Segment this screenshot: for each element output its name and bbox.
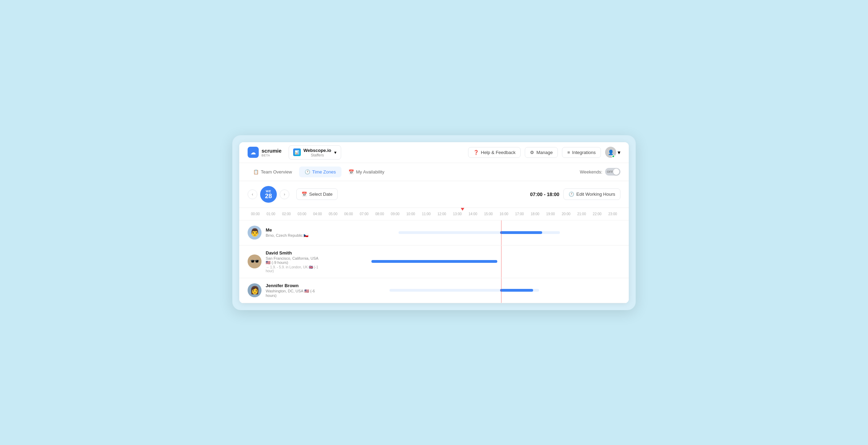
prev-arrow-icon: ‹	[252, 192, 253, 197]
my-availability-icon: 📅	[348, 169, 354, 175]
weekends-toggle[interactable]: OFF	[605, 168, 620, 176]
workspace-role: Staffers	[304, 153, 331, 157]
weekends-label: Weekends:	[580, 169, 602, 175]
app-name: scrumie	[262, 148, 282, 154]
online-indicator	[612, 155, 615, 158]
tab-my-availability-label: My Availability	[356, 169, 384, 175]
person-info-david: 🕶️ David Smith San Francisco, California…	[239, 245, 330, 278]
date-navigation: ‹ WE 28 › 📅 Select Date	[248, 186, 338, 203]
bar-area-david	[330, 245, 629, 278]
person-avatar-me: 👨	[248, 226, 262, 240]
person-rows: 👨 Me Brno, Czech Republic 🇨🇿 🕶️ David Sm…	[239, 220, 629, 303]
person-details-david: David Smith San Francisco, California, U…	[266, 250, 321, 273]
time-label-1100: 11:00	[418, 212, 434, 216]
working-bar-david	[371, 260, 497, 263]
calendar-icon: 📅	[302, 192, 307, 197]
person-name-me: Me	[266, 227, 308, 233]
person-location-david: San Francisco, California, USA 🇺🇸 (-9 ho…	[266, 256, 321, 265]
time-label-1600: 16:00	[496, 212, 512, 216]
header-actions: ❓ Help & Feedback ⚙ Manage ≡ Integration…	[468, 147, 620, 158]
integrations-button[interactable]: ≡ Integrations	[562, 147, 601, 158]
workspace-info: Webscope.io Staffers	[304, 148, 331, 157]
current-time-line-jennifer	[501, 278, 502, 303]
user-avatar-button[interactable]: 👤 ▾	[605, 147, 620, 158]
workspace-button[interactable]: 📊 Webscope.io Staffers ▾	[289, 145, 341, 160]
person-name-david: David Smith	[266, 250, 321, 256]
app-beta: BETA	[262, 154, 282, 157]
toggle-knob	[613, 169, 619, 175]
bar-area-me	[330, 220, 629, 245]
working-bar-jennifer	[500, 289, 533, 292]
weekends-toggle-area: Weekends: OFF	[580, 168, 620, 176]
time-label-0000: 00:00	[248, 212, 263, 216]
select-date-label: Select Date	[309, 192, 332, 197]
time-label-0500: 05:00	[325, 212, 341, 216]
manage-button[interactable]: ⚙ Manage	[525, 147, 558, 158]
next-date-button[interactable]: ›	[280, 189, 289, 199]
help-label: Help & Feedback	[481, 150, 516, 155]
time-label-2000: 20:00	[558, 212, 574, 216]
tab-time-zones-label: Time Zones	[312, 169, 336, 175]
time-label-1000: 10:00	[403, 212, 419, 216]
person-location-me: Brno, Czech Republic 🇨🇿	[266, 233, 308, 238]
person-name-jennifer: Jennifer Brown	[266, 283, 321, 288]
prev-date-button[interactable]: ‹	[248, 189, 257, 199]
header: ☁ scrumie BETA 📊 Webscope.io Staffers ▾ …	[239, 142, 629, 163]
time-label-1300: 13:00	[450, 212, 465, 216]
edit-hours-icon: 🕐	[569, 192, 574, 197]
working-bar-me	[500, 231, 542, 234]
person-info-jennifer: 👩 Jennifer Brown Washington, DC, USA 🇺🇸 …	[239, 278, 330, 303]
next-arrow-icon: ›	[284, 192, 285, 197]
time-label-2100: 21:00	[574, 212, 589, 216]
person-row-jennifer: 👩 Jennifer Brown Washington, DC, USA 🇺🇸 …	[239, 278, 629, 303]
help-icon: ❓	[473, 150, 479, 155]
time-label-0200: 02:00	[279, 212, 294, 216]
gear-icon: ⚙	[530, 150, 534, 155]
logo-area: ☁ scrumie BETA	[248, 147, 282, 158]
working-hours-display: 07:00 - 18:00	[530, 192, 559, 197]
workspace-icon: 📊	[293, 148, 301, 156]
edit-working-hours-button[interactable]: 🕐 Edit Working Hours	[563, 188, 620, 200]
device-frame: ☁ scrumie BETA 📊 Webscope.io Staffers ▾ …	[232, 135, 636, 310]
tab-team-overview[interactable]: 📋 Team Overview	[248, 167, 298, 177]
help-feedback-button[interactable]: ❓ Help & Feedback	[468, 147, 521, 158]
person-info-me: 👨 Me Brno, Czech Republic 🇨🇿	[239, 220, 330, 245]
time-axis: 00:0001:0002:0003:0004:0005:0006:0007:00…	[239, 208, 629, 220]
tab-my-availability[interactable]: 📅 My Availability	[343, 167, 390, 177]
tab-time-zones[interactable]: 🕐 Time Zones	[299, 167, 341, 177]
time-zones-icon: 🕐	[305, 169, 310, 175]
bar-area-jennifer	[330, 278, 629, 303]
day-abbr: WE	[266, 189, 271, 193]
tab-team-overview-label: Team Overview	[261, 169, 292, 175]
edit-hours-label: Edit Working Hours	[576, 192, 615, 197]
toggle-off-label: OFF	[607, 170, 613, 173]
person-row-me: 👨 Me Brno, Czech Republic 🇨🇿	[239, 220, 629, 245]
person-details-me: Me Brno, Czech Republic 🇨🇿	[266, 227, 308, 238]
nav-tabs: 📋 Team Overview 🕐 Time Zones 📅 My Availa…	[248, 167, 580, 177]
date-row: ‹ WE 28 › 📅 Select Date 07:00 - 18:00 🕐 …	[239, 181, 629, 208]
current-time-line-david	[501, 245, 502, 278]
person-avatar-david: 🕶️	[248, 254, 262, 268]
date-circle[interactable]: WE 28	[260, 186, 277, 203]
person-avatar-jennifer: 👩	[248, 283, 262, 297]
person-tz-david: → 1.9. - 5.9. in London, UK 🇬🇧 (-1 hour)	[266, 265, 321, 273]
time-label-0400: 04:00	[310, 212, 326, 216]
logo-text: scrumie BETA	[262, 148, 282, 157]
current-time-line-me	[501, 220, 502, 245]
manage-label: Manage	[536, 150, 553, 155]
workspace-dropdown-icon: ▾	[334, 150, 337, 155]
time-label-2300: 23:00	[605, 212, 620, 216]
time-label-0900: 09:00	[387, 212, 403, 216]
time-label-0700: 07:00	[356, 212, 372, 216]
workspace-name: Webscope.io	[304, 148, 331, 153]
time-label-1900: 19:00	[543, 212, 558, 216]
nav-bar: 📋 Team Overview 🕐 Time Zones 📅 My Availa…	[239, 163, 629, 181]
avatar-dropdown-icon: ▾	[618, 149, 620, 156]
time-label-0600: 06:00	[341, 212, 356, 216]
time-label-1400: 14:00	[465, 212, 481, 216]
day-number: 28	[265, 193, 272, 199]
select-date-button[interactable]: 📅 Select Date	[296, 188, 338, 200]
current-time-triangle	[461, 208, 464, 211]
time-label-0300: 03:00	[294, 212, 310, 216]
integrations-label: Integrations	[572, 150, 596, 155]
